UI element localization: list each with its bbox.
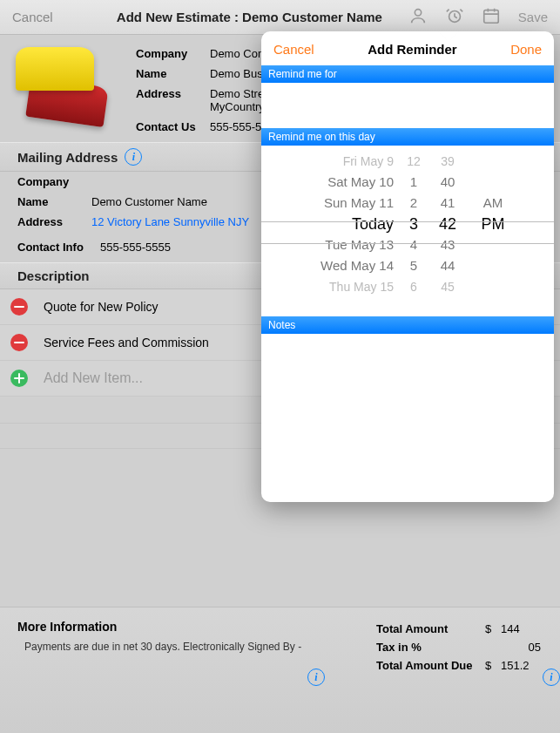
page-title: Add New Estimate : Demo Customer Name — [91, 10, 408, 24]
mail-address-link[interactable]: 12 Victory Lane Sunnyville NJY — [91, 215, 249, 228]
picker-ampm-column[interactable]: AM PM — [467, 151, 519, 316]
total-amount-label: Total Amount — [376, 622, 485, 635]
mail-contact-value: 555-555-5555 — [100, 241, 171, 254]
popover-title: Add Reminder — [368, 42, 457, 57]
mail-company-label: Company — [17, 175, 91, 188]
cancel-button[interactable]: Cancel — [12, 10, 82, 24]
notes-field[interactable] — [261, 334, 554, 456]
address-label: Address — [136, 87, 210, 113]
tax-value: 05 — [501, 641, 541, 654]
picker-hour-column[interactable]: 12 1 2 3 4 5 6 — [399, 151, 428, 316]
info-icon[interactable]: i — [125, 148, 142, 166]
mail-name-value: Demo Customer Name — [91, 195, 207, 208]
total-due-value: 151.2 — [501, 659, 541, 672]
summary-footer: More Information Payments are due in net… — [0, 607, 560, 733]
item-label: Quote for New Policy — [44, 300, 159, 314]
add-icon[interactable] — [10, 370, 28, 387]
remind-for-field[interactable] — [261, 83, 554, 128]
picker-date-column[interactable]: Fri May 9 Sat May 10 Sun May 11 Today Tu… — [261, 151, 399, 316]
tax-label: Tax in % — [376, 641, 485, 654]
total-due-label: Total Amount Due — [376, 659, 485, 672]
notes-header: Notes — [261, 316, 554, 334]
mail-contact-label: Contact Info — [17, 241, 100, 254]
delete-icon[interactable] — [10, 298, 28, 316]
item-label: Service Fees and Commission — [44, 336, 209, 350]
svg-point-0 — [415, 9, 421, 15]
reminder-icon[interactable] — [445, 6, 464, 29]
contact-icon[interactable] — [408, 6, 428, 29]
mail-name-label: Name — [17, 195, 91, 208]
reminder-popover: Cancel Add Reminder Done Remind me for R… — [261, 31, 554, 502]
add-item-placeholder: Add New Item... — [44, 370, 143, 386]
contact-label: Contact Us — [136, 120, 210, 133]
info-icon[interactable]: i — [543, 669, 560, 686]
logo-image — [16, 44, 118, 122]
remind-day-header: Remind me on this day — [261, 128, 554, 146]
picker-minute-column[interactable]: 39 40 41 42 43 44 45 — [428, 151, 467, 316]
name-label: Name — [136, 67, 210, 80]
popover-done-button[interactable]: Done — [510, 42, 542, 57]
total-amount-value: 144 — [501, 622, 541, 635]
company-label: Company — [136, 47, 210, 60]
delete-icon[interactable] — [10, 334, 28, 351]
popover-cancel-button[interactable]: Cancel — [273, 42, 314, 57]
top-nav: Cancel Add New Estimate : Demo Customer … — [0, 0, 560, 35]
datetime-picker[interactable]: Fri May 9 Sat May 10 Sun May 11 Today Tu… — [261, 151, 554, 316]
remind-for-header: Remind me for — [261, 65, 554, 83]
calendar-icon[interactable] — [482, 6, 501, 29]
save-button[interactable]: Save — [518, 10, 548, 24]
info-icon[interactable]: i — [307, 669, 325, 686]
svg-rect-2 — [484, 10, 499, 23]
mail-address-label: Address — [17, 215, 91, 228]
